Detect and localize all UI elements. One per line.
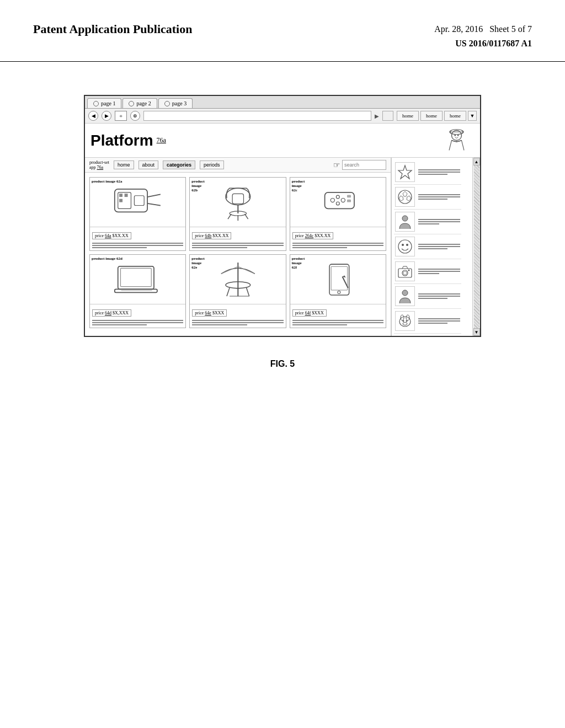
- product-card-1: product image 62a: [89, 177, 186, 251]
- nav-home-btn-2[interactable]: home: [420, 111, 443, 121]
- cursor-icon: ☞: [333, 160, 340, 170]
- sidebar-line: [418, 246, 460, 247]
- sidebar-line-short: [418, 199, 447, 200]
- nav-home-btn-1[interactable]: home: [397, 111, 419, 121]
- svg-line-35: [227, 288, 230, 296]
- browser-tabs: page 1 page 2 page 3: [85, 96, 480, 109]
- svg-point-22: [336, 195, 339, 199]
- nav-categories-button[interactable]: categories: [163, 160, 195, 169]
- svg-rect-25: [347, 195, 351, 198]
- product-price-area-3: price 264c $XX.XX: [290, 227, 386, 250]
- sidebar-lines-7: [418, 318, 460, 324]
- tab-label-2: page 2: [136, 100, 151, 106]
- svg-point-61: [406, 320, 408, 322]
- star-icon: [397, 164, 413, 180]
- nav-home-button[interactable]: home: [114, 160, 134, 169]
- toolbar-play-icon: ▶: [375, 113, 379, 119]
- product-price-area-6: price 64f $XXX: [290, 304, 386, 328]
- address-bar[interactable]: [143, 111, 371, 121]
- tab-circle-icon: [93, 101, 99, 106]
- product-price-4: price 64d $X,XXX: [92, 309, 131, 317]
- laptop-icon: [99, 260, 176, 299]
- search-input[interactable]: [342, 160, 386, 170]
- svg-point-55: [408, 270, 410, 271]
- sidebar-thumb-1: [395, 162, 415, 182]
- product-desc-lines-2: [192, 243, 283, 248]
- svg-point-49: [398, 240, 412, 253]
- new-tab-button[interactable]: +: [115, 111, 127, 121]
- product-image-6: productimage62f: [290, 255, 386, 304]
- tab-circle-icon-3: [164, 101, 170, 106]
- nav-home-btn-3[interactable]: home: [444, 111, 466, 121]
- product-image-1: product image 62a: [90, 178, 185, 227]
- sidebar-thumb-3: [395, 212, 415, 232]
- toolbar-dropdown-btn[interactable]: ▼: [468, 111, 477, 121]
- product-price-1: price 64a $XX.XX: [92, 232, 131, 239]
- tab-page2[interactable]: page 2: [122, 98, 157, 108]
- svg-rect-27: [118, 266, 154, 290]
- desc-line: [292, 245, 383, 246]
- product-grid: product image 62a: [85, 173, 391, 333]
- toolbar-right-buttons: home home home ▼: [397, 111, 477, 121]
- sidebar-item-3: [394, 210, 461, 234]
- desc-line: [192, 320, 283, 321]
- svg-line-36: [246, 288, 249, 296]
- platform-id: 76a: [157, 136, 166, 144]
- svg-line-33: [238, 266, 255, 274]
- product-card-4: product image 62d price 64d: [89, 254, 186, 328]
- sidebar-scrollbar: ▲ ▼: [472, 158, 480, 336]
- svg-line-8: [147, 194, 161, 197]
- tab-circle-icon-2: [129, 101, 134, 106]
- product-desc-lines-5: [192, 320, 283, 325]
- svg-line-41: [342, 277, 348, 288]
- sidebar-item-1: [394, 160, 461, 185]
- sidebar-line: [418, 219, 460, 220]
- main-content: page 1 page 2 page 3 ◀ ▶ + ⊕ ▶ home home: [0, 62, 565, 348]
- svg-point-21: [331, 199, 334, 202]
- remote-icon: [300, 183, 376, 222]
- sidebar-scroll-track: [474, 165, 479, 328]
- sidebar-line: [418, 172, 460, 173]
- sidebar-scroll-down-button[interactable]: ▼: [473, 328, 480, 336]
- back-button[interactable]: ◀: [88, 111, 98, 121]
- sidebar-line-short: [418, 298, 447, 299]
- svg-rect-12: [119, 199, 122, 202]
- app-navbar: product-setapp 76a home about categories…: [85, 158, 391, 173]
- product-image-3: productimage62c: [290, 178, 386, 227]
- nav-periods-button[interactable]: periods: [200, 160, 224, 169]
- desc-line-short: [192, 247, 247, 248]
- sidebar-thumb-5: [395, 261, 415, 281]
- desc-line: [292, 243, 383, 244]
- desc-line-short: [292, 324, 347, 325]
- sidebar-items-area: [392, 158, 472, 336]
- svg-point-56: [402, 290, 408, 296]
- product-image-2: productimage62b: [190, 178, 285, 227]
- sidebar-line: [418, 194, 460, 195]
- phone-icon: [300, 260, 376, 299]
- svg-point-3: [454, 135, 456, 136]
- tab-page3[interactable]: page 3: [158, 98, 193, 108]
- camera-icon: [397, 263, 413, 280]
- svg-point-44: [398, 190, 412, 204]
- tab-page1[interactable]: page 1: [87, 98, 121, 108]
- sidebar-lines-3: [418, 219, 460, 224]
- tab-label-3: page 3: [172, 100, 186, 106]
- sidebar-line: [418, 293, 460, 295]
- forward-button[interactable]: ▶: [102, 111, 111, 121]
- svg-point-24: [336, 202, 339, 205]
- product-price-3: price 264c $XX.XX: [292, 232, 334, 239]
- desc-line-short: [192, 324, 247, 325]
- product-desc-lines-4: [92, 320, 183, 325]
- svg-point-51: [406, 244, 408, 246]
- desc-line: [192, 322, 283, 323]
- product-desc-lines-6: [292, 320, 383, 325]
- product-label-4: product image 62d: [92, 256, 122, 261]
- product-card-5: productimage62e: [189, 254, 286, 328]
- product-price-5: price 64e $XXX: [192, 309, 227, 317]
- app-navbar-label: product-setapp 76a: [89, 160, 109, 170]
- svg-point-23: [341, 199, 345, 202]
- sidebar-scroll-up-button[interactable]: ▲: [473, 158, 480, 165]
- hand-tool-icon: [99, 183, 176, 222]
- nav-about-button[interactable]: about: [138, 160, 159, 169]
- desc-line: [192, 243, 283, 244]
